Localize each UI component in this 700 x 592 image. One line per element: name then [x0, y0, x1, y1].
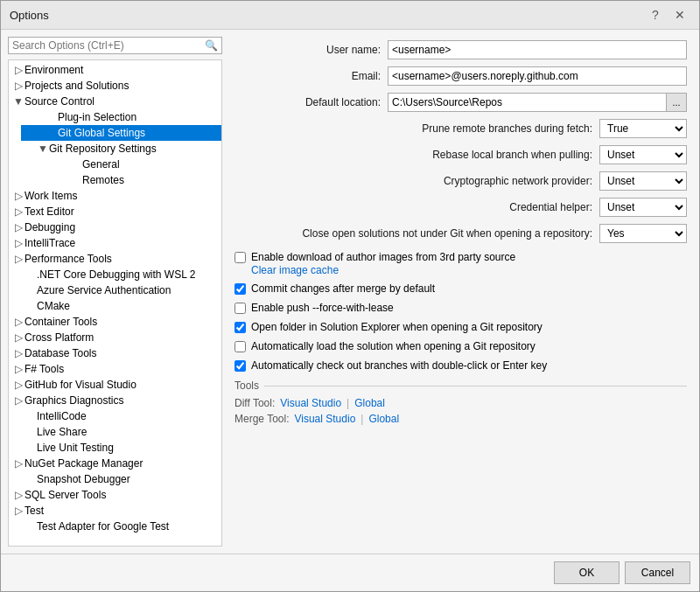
title-bar-buttons: ? ✕ [645, 6, 690, 24]
tree-item-text-editor[interactable]: ▷ Text Editor [9, 204, 221, 219]
tree-item-net-core-debugging[interactable]: .NET Core Debugging with WSL 2 [9, 267, 221, 282]
expand-icon: ▷ [12, 316, 24, 328]
diff-tool-label: Diff Tool: [234, 397, 275, 409]
tree-item-git-global-settings[interactable]: Git Global Settings [21, 125, 221, 141]
search-input[interactable] [12, 39, 205, 52]
crypto-label: Cryptographic network provider: [234, 175, 599, 187]
close-solutions-row: Close open solutions not under Git when … [234, 224, 687, 243]
title-bar: Options ? ✕ [1, 1, 699, 30]
left-panel: 🔍 ▷ Environment ▷ Projects and Solutions… [8, 37, 222, 547]
browse-button[interactable]: ... [666, 93, 687, 112]
default-location-row: Default location: ... [234, 93, 687, 112]
expand-icon: ▷ [12, 489, 24, 501]
tree-item-snapshot-debugger[interactable]: Snapshot Debugger [9, 471, 221, 487]
expand-icon: ▷ [12, 379, 24, 391]
tree-item-cmake[interactable]: CMake [9, 298, 221, 314]
email-row: Email: [234, 66, 687, 86]
credential-row: Credential helper: Unset True False [234, 198, 687, 217]
open-folder-checkbox[interactable] [234, 322, 246, 333]
email-label: Email: [234, 70, 388, 82]
auto-checkout-label[interactable]: Automatically check out branches with do… [234, 359, 687, 373]
tree-item-plug-in-selection[interactable]: Plug-in Selection [21, 109, 221, 125]
auto-load-checkbox[interactable] [234, 341, 246, 352]
expand-icon: ▷ [12, 64, 24, 76]
rebase-row: Rebase local branch when pulling: Unset … [234, 145, 687, 164]
diff-tool-visual-studio-link[interactable]: Visual Studio [280, 397, 341, 409]
tree-item-environment[interactable]: ▷ Environment [9, 62, 221, 78]
ok-button[interactable]: OK [554, 561, 620, 584]
enable-download-checkbox[interactable] [234, 252, 246, 263]
tree-item-cross-platform[interactable]: ▷ Cross Platform [9, 330, 221, 345]
tree-item-container-tools[interactable]: ▷ Container Tools [9, 314, 221, 330]
merge-tool-label: Merge Tool: [234, 413, 289, 425]
commit-changes-checkbox[interactable] [234, 283, 246, 295]
tree-item-performance-tools[interactable]: ▷ Performance Tools [9, 251, 221, 267]
merge-tool-visual-studio-link[interactable]: Visual Studio [294, 413, 355, 425]
tree-item-general[interactable]: General [33, 157, 221, 172]
tree-item-source-control[interactable]: ▼ Source Control [9, 94, 221, 109]
tree-item-test[interactable]: ▷ Test [9, 503, 221, 519]
tree-item-git-repository-settings[interactable]: ▼ Git Repository Settings [21, 141, 221, 157]
credential-select[interactable]: Unset True False [599, 198, 687, 217]
enable-push-label[interactable]: Enable push --force-with-lease [234, 301, 687, 315]
tree-item-intellicode[interactable]: IntelliCode [9, 408, 221, 424]
auto-load-label[interactable]: Automatically load the solution when ope… [234, 339, 687, 353]
options-tree: ▷ Environment ▷ Projects and Solutions ▼… [8, 59, 222, 547]
cancel-button[interactable]: Cancel [625, 561, 690, 584]
enable-push-checkbox[interactable] [234, 303, 246, 314]
commit-changes-label[interactable]: Commit changes after merge by default [234, 282, 687, 296]
expand-icon: ▷ [12, 363, 24, 375]
tree-item-graphics-diagnostics[interactable]: ▷ Graphics Diagnostics [9, 393, 221, 408]
default-location-input[interactable] [388, 93, 666, 112]
divider-line [264, 386, 687, 387]
tree-item-remotes[interactable]: Remotes [33, 172, 221, 188]
auto-load-row: Automatically load the solution when ope… [234, 339, 687, 353]
merge-tool-row: Merge Tool: Visual Studio | Global [234, 413, 687, 425]
tree-item-azure-service-auth[interactable]: Azure Service Authentication [9, 282, 221, 298]
expand-icon: ▷ [12, 394, 24, 407]
close-button[interactable]: ✕ [669, 6, 690, 24]
merge-tool-global-link[interactable]: Global [368, 413, 399, 425]
tree-item-sql-server-tools[interactable]: ▷ SQL Server Tools [9, 487, 221, 503]
diff-tool-separator: | [346, 397, 349, 409]
diff-tool-global-link[interactable]: Global [354, 397, 385, 409]
rebase-select[interactable]: Unset True False [599, 145, 687, 164]
options-dialog: Options ? ✕ 🔍 ▷ Environment ▷ Project [0, 0, 700, 592]
tree-item-nuget[interactable]: ▷ NuGet Package Manager [9, 456, 221, 471]
search-box[interactable]: 🔍 [8, 37, 222, 54]
expand-icon: ▷ [12, 347, 24, 359]
enable-download-label[interactable]: Enable download of author images from 3r… [234, 250, 687, 264]
help-button[interactable]: ? [645, 6, 666, 24]
expand-icon: ▼ [37, 143, 49, 155]
enable-push-row: Enable push --force-with-lease [234, 301, 687, 315]
tree-item-test-adapter-google[interactable]: Test Adapter for Google Test [9, 519, 221, 534]
tree-item-work-items[interactable]: ▷ Work Items [9, 188, 221, 204]
tree-item-fsharp-tools[interactable]: ▷ F# Tools [9, 361, 221, 377]
bottom-bar: OK Cancel [1, 554, 699, 591]
tree-item-live-share[interactable]: Live Share [9, 424, 221, 440]
open-folder-label[interactable]: Open folder in Solution Explorer when op… [234, 320, 687, 334]
diff-tool-row: Diff Tool: Visual Studio | Global [234, 397, 687, 409]
clear-cache-link[interactable]: Clear image cache [251, 264, 339, 276]
tree-item-intellitrace[interactable]: ▷ IntelliTrace [9, 235, 221, 251]
tree-item-debugging[interactable]: ▷ Debugging [9, 219, 221, 235]
search-icon: 🔍 [205, 39, 218, 52]
prune-select[interactable]: True False [599, 119, 687, 138]
expand-icon: ▷ [12, 205, 24, 218]
tree-item-github-vs[interactable]: ▷ GitHub for Visual Studio [9, 377, 221, 393]
crypto-select[interactable]: Unset True False [599, 171, 687, 191]
rebase-label: Rebase local branch when pulling: [234, 149, 599, 161]
auto-checkout-row: Automatically check out branches with do… [234, 359, 687, 373]
email-input[interactable] [388, 66, 687, 86]
tree-item-database-tools[interactable]: ▷ Database Tools [9, 345, 221, 361]
username-label: User name: [234, 44, 388, 56]
tree-item-projects-solutions[interactable]: ▷ Projects and Solutions [9, 78, 221, 94]
right-panel: User name: Email: Default location: ... [229, 37, 692, 547]
username-input[interactable] [388, 40, 687, 59]
close-solutions-select[interactable]: Yes No [599, 224, 687, 243]
tree-item-live-unit-testing[interactable]: Live Unit Testing [9, 440, 221, 456]
checkboxes-section: Enable download of author images from 3r… [234, 250, 687, 373]
expand-icon: ▷ [12, 80, 24, 92]
auto-checkout-checkbox[interactable] [234, 360, 246, 372]
expand-icon: ▼ [12, 95, 24, 108]
